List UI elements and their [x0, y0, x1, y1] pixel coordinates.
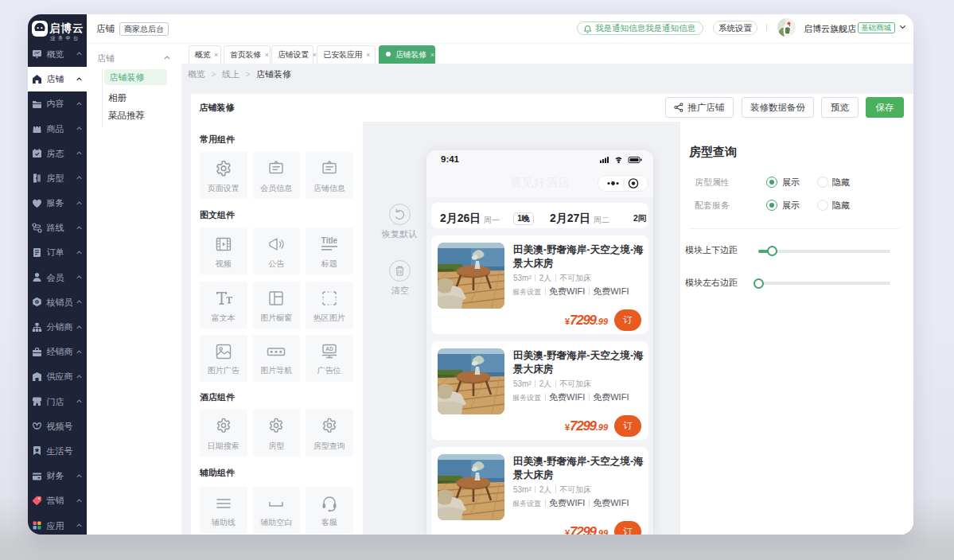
svg-text:Title: Title: [321, 236, 338, 245]
svg-text:AD: AD: [325, 346, 333, 352]
